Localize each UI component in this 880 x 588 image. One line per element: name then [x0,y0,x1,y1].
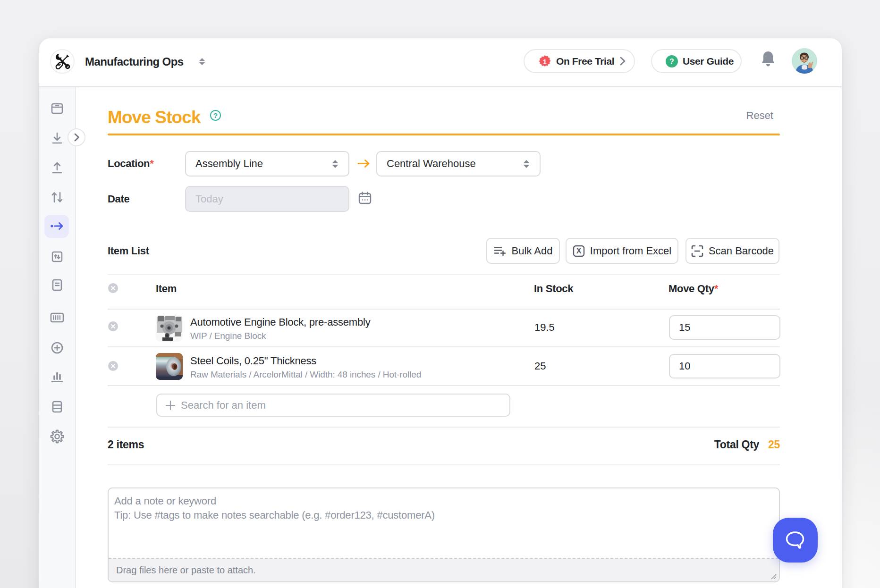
svg-text:X: X [576,247,581,255]
svg-text:?: ? [669,57,674,65]
svg-text:1: 1 [543,57,547,65]
